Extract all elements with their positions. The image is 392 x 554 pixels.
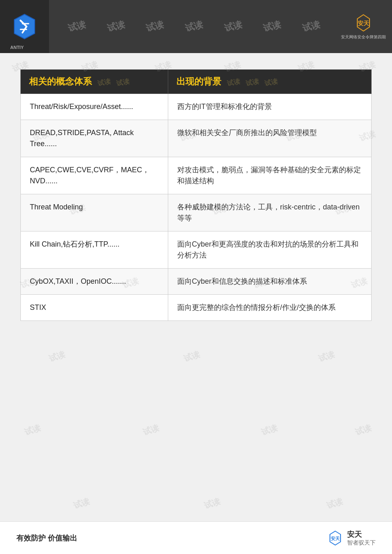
watermark: 试读 [317, 349, 336, 365]
table-row: CAPEC,CWE,CVE,CVRF，MAEC，NVD......对攻击模式，脆… [21, 157, 372, 194]
footer-logo-sub: 智者驭天下 [347, 539, 376, 547]
table-row: Kill Chain,钻石分析,TTP......面向Cyber和更高强度的攻击… [21, 231, 372, 269]
table-cell-left-1: DREAD,STRIDE,PASTA, Attack Tree...... [21, 120, 168, 157]
header-wm-inline4: 试读 [245, 77, 259, 88]
footer-logo-area: 安天 安天 智者驭天下 [325, 530, 376, 547]
header-wm-7: 试读 [301, 18, 321, 35]
header-wm-inline2: 试读 [116, 77, 130, 88]
table-cell-right-6: 面向更完整的综合性的情报分析/作业/交换的体系 [168, 295, 371, 321]
table-cell-left-4: Kill Chain,钻石分析,TTP...... [21, 231, 168, 269]
table-cell-right-2: 对攻击模式，脆弱点，漏洞等各种基础的安全元素的标定和描述结构 [168, 157, 371, 194]
table-cell-right-0: 西方的IT管理和标准化的背景 [168, 94, 371, 120]
concept-table: 相关的概念体系 试读 试读 出现的背景 试读 试读 试读 Threat/Risk… [20, 69, 372, 321]
watermark: 试读 [203, 496, 222, 512]
page-footer: 有效防护 价值输出 安天 安天 智者驭天下 [0, 521, 392, 554]
table-row: Threat/Risk/Exposure/Asset......西方的IT管理和… [21, 94, 372, 120]
main-content: 相关的概念体系 试读 试读 出现的背景 试读 试读 试读 Threat/Risk… [0, 53, 392, 333]
table-cell-left-3: Threat Modeling [21, 194, 168, 231]
page-header: ANTIY 试读 试读 试读 试读 试读 试读 试读 安天 安天网络安全令牌第四… [0, 0, 392, 53]
table-row: Threat Modeling各种威胁建模的方法论，工具，risk-centri… [21, 194, 372, 231]
header-wm-4: 试读 [184, 18, 204, 35]
right-brand-text: 安天网络安全令牌第四期 [341, 34, 386, 40]
header-watermarks: 试读 试读 试读 试读 试读 试读 试读 [49, 20, 339, 33]
watermark: 试读 [142, 422, 161, 438]
table-cell-right-5: 面向Cyber和信息交换的描述和标准体系 [168, 269, 371, 295]
footer-logo-text: 安天 [347, 530, 376, 539]
footer-text-area: 安天 智者驭天下 [347, 530, 376, 547]
header-wm-inline: 试读 [97, 77, 111, 88]
watermark: 试读 [72, 496, 91, 512]
watermark: 试读 [354, 422, 373, 438]
svg-text:安天: 安天 [357, 20, 370, 27]
svg-marker-0 [14, 14, 35, 39]
header-wm-1: 试读 [67, 18, 87, 35]
antiy-logo [10, 12, 39, 41]
header-wm-3: 试读 [145, 18, 165, 35]
table-cell-right-3: 各种威胁建模的方法论，工具，risk-centric，data-driven等等 [168, 194, 371, 231]
table-row: DREAD,STRIDE,PASTA, Attack Tree......微软和… [21, 120, 372, 157]
footer-tagline: 有效防护 价值输出 [16, 533, 77, 543]
svg-text:安天: 安天 [330, 536, 340, 541]
watermark: 试读 [260, 422, 279, 438]
table-row: CybOX,TAXII，OpenIOC.......面向Cyber和信息交换的描… [21, 269, 372, 295]
table-header-col2: 出现的背景 试读 试读 试读 [168, 70, 371, 94]
header-wm-inline3: 试读 [226, 77, 241, 88]
header-right-logo-area: 安天 安天网络安全令牌第四期 [339, 10, 388, 43]
header-wm-6: 试读 [262, 18, 282, 35]
watermark: 试读 [325, 496, 345, 512]
table-cell-left-0: Threat/Risk/Exposure/Asset...... [21, 94, 168, 120]
table-cell-left-6: STIX [21, 295, 168, 321]
table-cell-right-4: 面向Cyber和更高强度的攻击和对抗的场景的分析工具和分析方法 [168, 231, 371, 269]
table-row: STIX面向更完整的综合性的情报分析/作业/交换的体系 [21, 295, 372, 321]
header-wm-2: 试读 [105, 18, 126, 35]
table-cell-left-2: CAPEC,CWE,CVE,CVRF，MAEC，NVD...... [21, 157, 168, 194]
watermark: 试读 [48, 349, 67, 365]
table-cell-left-5: CybOX,TAXII，OpenIOC....... [21, 269, 168, 295]
logo-area [0, 0, 49, 53]
watermark: 试读 [183, 349, 202, 365]
header-wm-inline5: 试读 [264, 77, 278, 88]
table-cell-right-1: 微软和相关安全厂商所推出的风险管理模型 [168, 120, 371, 157]
right-brand-icon: 安天 [349, 13, 378, 33]
header-wm-5: 试读 [223, 18, 243, 35]
table-header-col1: 相关的概念体系 试读 试读 [21, 70, 168, 94]
watermark: 试读 [23, 422, 42, 438]
footer-logo-icon: 安天 [325, 530, 345, 546]
antiy-label: ANTIY [10, 45, 24, 50]
